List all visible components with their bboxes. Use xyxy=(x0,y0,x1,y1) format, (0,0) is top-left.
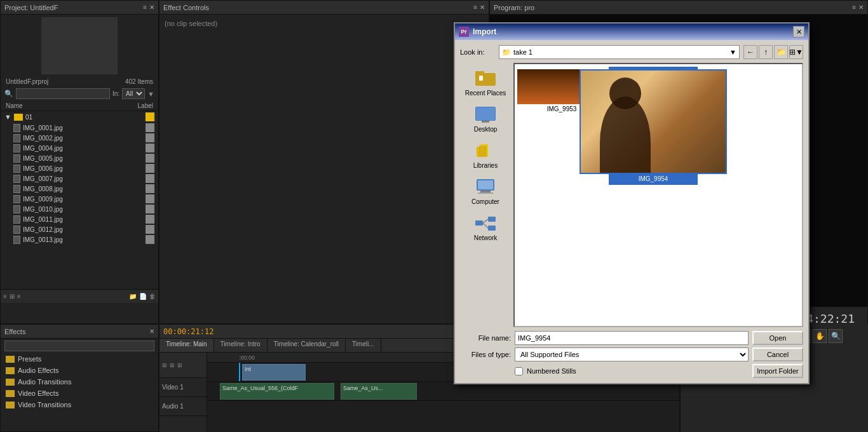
network-label: Network xyxy=(474,234,498,241)
new-item-icon[interactable]: 📄 xyxy=(139,293,147,300)
video-track-label: Video 1 xyxy=(162,384,184,391)
color-swatch xyxy=(146,112,154,121)
nav-computer[interactable]: Computer xyxy=(460,174,511,208)
list-item[interactable]: IMG_0010.jpg xyxy=(1,204,158,214)
list-item[interactable]: IMG_0005.jpg xyxy=(1,153,158,163)
tab-timeline-main[interactable]: Timeline: Main xyxy=(159,339,214,352)
effects-video-transitions[interactable]: Video Transitions xyxy=(1,399,158,410)
no-clip-label: (no clip selected) xyxy=(165,20,217,27)
look-in-select[interactable]: 📁 take 1 ▼ xyxy=(499,45,740,59)
effect-panel-menu[interactable]: ≡ xyxy=(473,4,477,11)
effects-close-icon[interactable]: ✕ xyxy=(149,328,154,335)
file-icon xyxy=(13,236,20,244)
video-transitions-folder-icon xyxy=(6,402,15,408)
toolbar-icon-1[interactable]: ≡ xyxy=(3,293,7,300)
view-toggle-button[interactable]: ⊞▼ xyxy=(789,45,803,59)
video-clip[interactable]: Int xyxy=(242,364,306,381)
timeline-controls: ⊞ ⊞ ⊞ xyxy=(159,353,207,378)
effects-audio-effects[interactable]: Audio Effects xyxy=(1,365,158,376)
tab-timeline-calendar[interactable]: Timeline: Calendar_roll xyxy=(268,339,346,352)
effects-presets[interactable]: Presets xyxy=(1,353,158,365)
filter-icon[interactable]: ▼ xyxy=(147,90,154,98)
hand-tool[interactable]: ✋ xyxy=(813,329,827,343)
file-label-img9953: IMG_9953 xyxy=(547,105,577,112)
list-item[interactable]: IMG_0011.jpg xyxy=(1,214,158,224)
toolbar-icon-3[interactable]: ≡ xyxy=(17,293,21,300)
toolbar-icon-2[interactable]: ⊞ xyxy=(10,293,15,300)
list-item[interactable]: IMG_0007.jpg xyxy=(1,173,158,184)
filename-input[interactable] xyxy=(515,331,749,345)
list-item[interactable]: IMG_0004.jpg xyxy=(1,143,158,153)
file-swatch xyxy=(146,194,154,203)
effect-panel-close[interactable]: ✕ xyxy=(480,4,485,11)
in-label: In: xyxy=(112,90,119,97)
file-browser[interactable]: IMG_9953 IMG_9954 xyxy=(513,63,803,327)
list-item[interactable]: IMG_0006.jpg xyxy=(1,163,158,173)
up-button[interactable]: ↑ xyxy=(759,45,773,59)
nav-network[interactable]: Network xyxy=(460,210,511,244)
audio-track-label: Audio 1 xyxy=(162,403,184,410)
program-menu-icon[interactable]: ≡ xyxy=(852,4,856,11)
playhead[interactable] xyxy=(239,363,240,381)
nav-desktop[interactable]: Desktop xyxy=(460,102,511,135)
list-item[interactable]: IMG_0002.jpg xyxy=(1,133,158,143)
timeline-ctrl-icon2[interactable]: ⊞ xyxy=(170,362,175,368)
audio-clip-1[interactable]: Same_As_Usual_556_(ColdF xyxy=(220,383,334,400)
dialog-body: Look in: 📁 take 1 ▼ ← ↑ 📁 ⊞▼ Recent xyxy=(455,40,808,383)
look-in-dropdown-arrow[interactable]: ▼ xyxy=(729,48,736,56)
col-name: Name xyxy=(6,102,138,109)
list-item[interactable]: IMG_0009.jpg xyxy=(1,194,158,204)
open-button[interactable]: Open xyxy=(752,331,803,345)
effects-audio-transitions[interactable]: Audio Transitions xyxy=(1,376,158,388)
computer-icon xyxy=(473,177,498,197)
nav-libraries[interactable]: Libraries xyxy=(460,138,511,172)
tab-timeline-intro[interactable]: Timeline: Intro xyxy=(214,339,268,352)
look-in-label: Look in: xyxy=(460,48,495,56)
delete-icon[interactable]: 🗑 xyxy=(149,293,156,300)
presets-folder-icon xyxy=(6,356,15,363)
dialog-main: Recent Places Desktop Libraries xyxy=(460,63,803,327)
back-button[interactable]: ← xyxy=(743,45,757,59)
panel-menu-icon[interactable]: ≡ xyxy=(143,4,147,11)
effects-search-bar xyxy=(1,339,158,353)
file-swatch xyxy=(146,164,154,173)
project-toolbar: ≡ ⊞ ≡ 📁 📄 🗑 xyxy=(1,289,158,303)
folder-row[interactable]: ▼ 01 xyxy=(1,111,158,123)
look-in-row: Look in: 📁 take 1 ▼ ← ↑ 📁 ⊞▼ xyxy=(460,45,803,59)
panel-close-icon[interactable]: ✕ xyxy=(149,4,154,11)
cancel-button[interactable]: Cancel xyxy=(752,348,803,361)
program-close-icon[interactable]: ✕ xyxy=(858,4,864,11)
file-swatch xyxy=(146,215,154,224)
project-thumbnail xyxy=(41,17,118,74)
svg-rect-8 xyxy=(479,145,487,157)
list-item[interactable]: IMG_0013.jpg xyxy=(1,234,158,245)
project-search-input[interactable] xyxy=(16,88,110,99)
timeline-ctrl-icon[interactable]: ⊞ xyxy=(162,362,167,368)
audio-track[interactable]: Same_As_Usual_556_(ColdF Same_As_Us... xyxy=(207,382,679,401)
files-of-type-select[interactable]: All Supported Files xyxy=(515,348,749,361)
nav-recent-places[interactable]: Recent Places xyxy=(460,65,511,99)
list-item[interactable]: IMG_0001.jpg xyxy=(1,123,158,133)
audio-clip-2[interactable]: Same_As_Us... xyxy=(341,383,417,400)
file-item-img9954[interactable]: IMG_9954 xyxy=(609,67,698,185)
svg-rect-10 xyxy=(478,180,493,189)
filename-row: File name: Open xyxy=(460,331,803,345)
effects-search-input[interactable] xyxy=(4,341,154,351)
numbered-stills-checkbox[interactable] xyxy=(515,367,523,375)
effects-video-effects[interactable]: Video Effects xyxy=(1,388,158,399)
zoom-tool[interactable]: 🔍 xyxy=(829,329,843,343)
file-icon xyxy=(13,215,20,224)
in-select[interactable]: All xyxy=(122,88,145,99)
project-columns: Name Label xyxy=(1,101,158,111)
recent-places-icon xyxy=(473,68,498,88)
tab-timeline-other[interactable]: Timeli... xyxy=(346,339,381,352)
timeline-ctrl-icon3[interactable]: ⊞ xyxy=(177,362,182,368)
list-item[interactable]: IMG_0008.jpg xyxy=(1,184,158,194)
project-panel-header: Project: UntitledF ≡ ✕ xyxy=(1,1,158,15)
dialog-close-button[interactable]: ✕ xyxy=(793,26,804,37)
list-item[interactable]: IMG_0012.jpg xyxy=(1,224,158,234)
import-folder-button[interactable]: Import Folder xyxy=(752,364,803,378)
new-bin-icon[interactable]: 📁 xyxy=(129,293,137,300)
file-icon xyxy=(13,205,20,213)
new-folder-button[interactable]: 📁 xyxy=(774,45,788,59)
